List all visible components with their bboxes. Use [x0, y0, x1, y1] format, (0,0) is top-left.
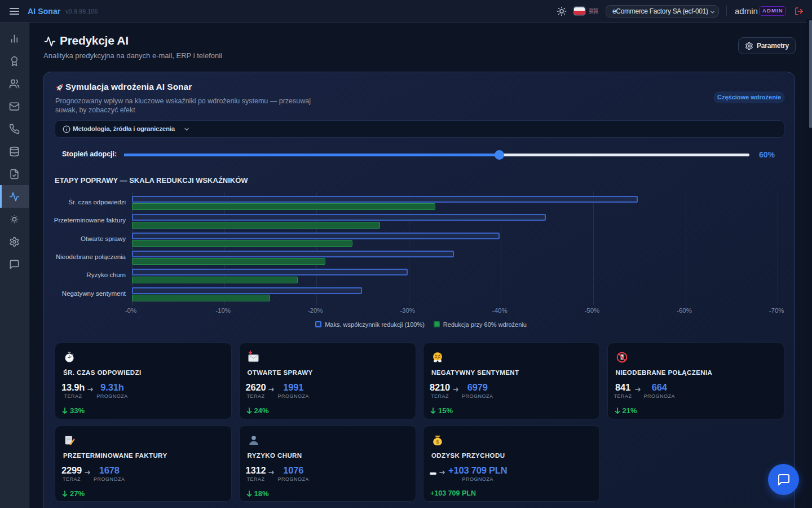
svg-text:$: $ — [436, 439, 439, 445]
